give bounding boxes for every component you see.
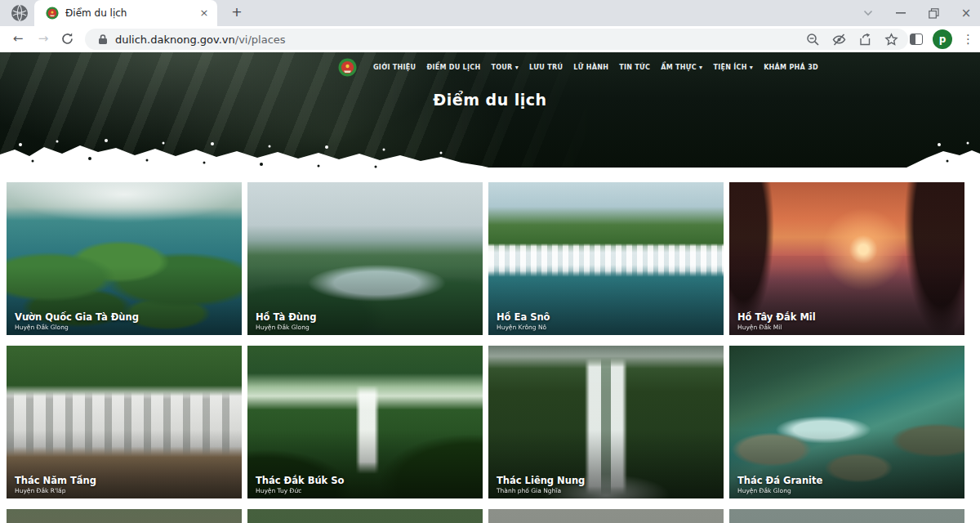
nav-item-tour[interactable]: TOUR ▾ [491,64,519,71]
place-district: Huyện Đắk Mil [737,324,816,331]
nav-item-lu-hanh[interactable]: LỮ HÀNH [573,64,608,71]
place-card-partial[interactable] [729,509,964,523]
card-meta: Hồ Tà Đùng Huyện Đắk Glong [256,311,316,331]
torn-brush-edge [0,133,980,179]
place-photo [488,509,724,523]
minimize-button[interactable] [892,4,910,22]
place-name: Thác Liêng Nung [497,475,585,486]
card-meta: Hồ Ea Snô Huyện Krông Nô [497,311,550,331]
hero-banner: GIỚI THIỆU ĐIỂM DU LỊCH TOUR ▾ LƯU TRÚ L… [0,52,980,168]
toolbar-right: p ⋮ [910,26,973,52]
card-meta: Thác Liêng Nung Thành phố Gia Nghĩa [497,475,585,494]
nav-item-tin-tuc[interactable]: TIN TỨC [619,64,650,71]
place-district: Huyện Đắk Glong [15,324,139,331]
place-name: Thác Đắk Búk So [256,475,344,486]
card-meta: Thác Đá Granite Huyện Đắk Glong [737,475,822,494]
place-district: Huyện Đắk Glong [737,487,822,494]
place-name: Thác Đá Granite [737,475,822,486]
place-card-thac-dak-buk-so[interactable]: Thác Đắk Búk So Huyện Tuy Đức [247,346,483,498]
place-district: Huyện Tuy Đức [256,487,344,494]
back-button[interactable]: ← [8,29,28,49]
globe-icon [11,4,29,22]
profile-avatar[interactable]: p [933,29,952,49]
webpage: GIỚI THIỆU ĐIỂM DU LỊCH TOUR ▾ LƯU TRÚ L… [0,52,980,523]
place-card-partial[interactable] [7,509,242,523]
lock-icon[interactable] [98,34,108,45]
place-card-ho-ea-sno[interactable]: Hồ Ea Snô Huyện Krông Nô [488,182,724,335]
tab-title: Điểm du lịch [65,7,198,19]
address-bar[interactable]: dulich.daknong.gov.vn/vi/places [85,29,908,50]
omnibox-actions [806,33,898,47]
eye-off-icon[interactable] [832,33,846,47]
place-district: Thành phố Gia Nghĩa [497,487,585,494]
place-name: Thác Năm Tầng [15,475,96,486]
place-card-thac-nam-tang[interactable]: Thác Năm Tầng Huyện Đắk R'lấp [7,346,242,498]
place-name: Hồ Ea Snô [497,311,550,323]
tab-search-chevron-icon[interactable] [859,4,877,22]
card-meta: Vườn Quốc Gia Tà Đùng Huyện Đắk Glong [15,311,139,331]
place-card-ho-ta-dung[interactable]: Hồ Tà Đùng Huyện Đắk Glong [247,182,483,335]
nav-item-tien-ich[interactable]: TIỆN ÍCH ▾ [713,64,753,71]
page-title: Điểm du lịch [0,91,980,109]
url-host: dulich.daknong.gov.vn [115,34,235,46]
bookmark-star-icon[interactable] [884,33,898,47]
place-photo [7,509,242,523]
site-logo[interactable] [338,58,357,77]
place-name: Vườn Quốc Gia Tà Đùng [15,311,139,323]
place-district: Huyện Đắk R'lấp [15,487,96,494]
place-name: Hồ Tây Đắk Mil [737,311,816,323]
browser-window: Điểm du lịch × + × ← → [0,0,980,523]
url-text[interactable]: dulich.daknong.gov.vn/vi/places [115,34,806,46]
place-card-thac-da-granite[interactable]: Thác Đá Granite Huyện Đắk Glong [729,346,964,498]
tab-bar: Điểm du lịch × + × [0,0,980,26]
card-meta: Thác Năm Tầng Huyện Đắk R'lấp [15,475,96,494]
restore-button[interactable] [924,4,942,22]
place-district: Huyện Đắk Glong [256,324,316,331]
url-path: /vi/places [235,34,286,46]
site-favicon-icon [46,7,59,20]
place-card-ta-dung-national-park[interactable]: Vườn Quốc Gia Tà Đùng Huyện Đắk Glong [7,182,242,335]
nav-item-kham-pha-3d[interactable]: KHÁM PHÁ 3D [764,64,818,71]
site-navigation: GIỚI THIỆU ĐIỂM DU LỊCH TOUR ▾ LƯU TRÚ L… [338,58,829,77]
nav-item-luu-tru[interactable]: LƯU TRÚ [529,64,563,71]
place-photo [729,509,964,523]
share-icon[interactable] [858,33,872,47]
new-tab-button[interactable]: + [229,5,245,21]
card-meta: Thác Đắk Búk So Huyện Tuy Đức [256,475,344,494]
reload-button[interactable] [60,32,74,46]
forward-button[interactable]: → [33,29,53,49]
place-district: Huyện Krông Nô [497,324,550,331]
places-grid: Vườn Quốc Gia Tà Đùng Huyện Đắk Glong Hồ… [7,182,964,523]
nav-item-am-thuc[interactable]: ẨM THỰC ▾ [661,64,702,71]
tab-close-icon[interactable]: × [198,7,211,20]
nav-item-diem-du-lich[interactable]: ĐIỂM DU LỊCH [426,64,480,71]
menu-kebab-icon[interactable]: ⋮ [962,32,973,47]
place-card-partial[interactable] [247,509,483,523]
place-card-ho-tay-dak-mil[interactable]: Hồ Tây Đắk Mil Huyện Đắk Mil [729,182,964,335]
nav-item-gioi-thieu[interactable]: GIỚI THIỆU [373,64,416,71]
side-panel-icon[interactable] [910,34,923,45]
place-name: Hồ Tà Đùng [256,311,316,323]
zoom-out-icon[interactable] [806,33,820,47]
place-card-partial[interactable] [488,509,724,523]
window-controls: × [859,0,975,26]
browser-toolbar: ← → dulich.daknong.gov.vn/vi/places [0,26,980,52]
browser-tab[interactable]: Điểm du lịch × [34,0,217,26]
close-window-button[interactable]: × [957,4,975,22]
place-card-thac-lieng-nung[interactable]: Thác Liêng Nung Thành phố Gia Nghĩa [488,346,724,498]
card-meta: Hồ Tây Đắk Mil Huyện Đắk Mil [737,311,816,331]
place-photo [247,509,483,523]
